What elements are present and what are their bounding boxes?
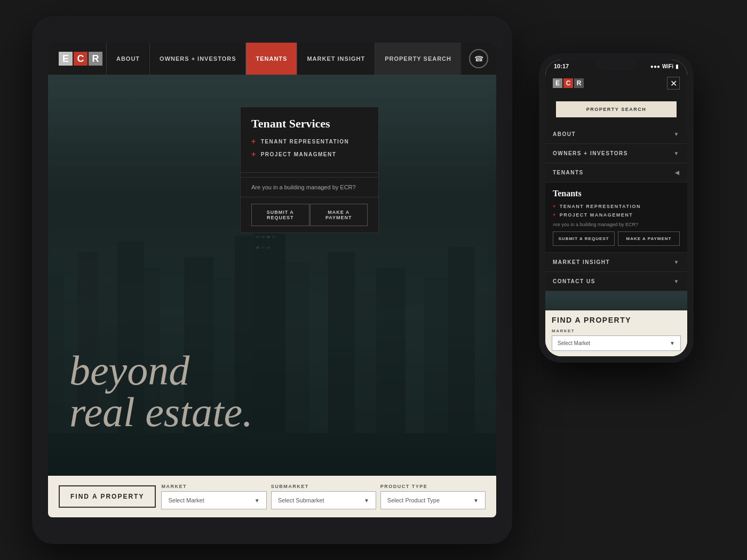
svg-rect-16 [406,305,424,433]
phone-menu: ABOUT ▼ OWNERS + INVESTORS ▼ TENANTS ◀ T… [545,125,687,310]
find-property-bar: FIND A PROPERTY MARKET Select Market ▼ S… [48,476,496,517]
logo-r: R [89,52,102,66]
dropdown-header: Tenant Services + TENANT REPRESENTATION … [241,107,378,173]
plus-icon-1: + [251,137,257,146]
find-property-button[interactable]: FIND A PROPERTY [59,485,156,508]
phone-menu-owners-arrow: ▼ [674,150,680,156]
svg-rect-11 [285,262,309,433]
phone-menu-market-insight[interactable]: MARKET INSIGHT ▼ [545,253,687,272]
tablet-nav-links: ABOUT OWNERS + INVESTORS TENANTS MARKET … [106,43,461,75]
svg-rect-17 [424,278,448,433]
tablet-navbar: E C R ABOUT OWNERS + INVESTORS TENANTS M… [48,43,496,75]
phone-plus-icon-2: + [553,212,557,218]
phone-icon[interactable]: ☎ [469,49,488,68]
submit-request-btn[interactable]: SUBMIT A REQUEST [251,204,309,226]
tablet-screen: E C R ABOUT OWNERS + INVESTORS TENANTS M… [48,43,496,517]
dropdown-item-label-1: TENANT REPRESENTATION [261,139,349,145]
phone-hero-bg [545,291,687,310]
nav-market[interactable]: MARKET INSIGHT [297,43,375,75]
hero-text: beyond real estate. [69,350,253,433]
svg-rect-25 [261,246,265,249]
nav-property-search[interactable]: PROPERTY SEARCH [375,43,461,75]
market-label: MARKET [161,484,266,489]
submarket-select-value: Select Submarket [278,497,324,503]
dropdown-buttons: SUBMIT A REQUEST MAKE A PAYMENT [241,197,378,233]
dropdown-item-project[interactable]: + PROJECT MANAGMENT [251,150,368,158]
phone-logo-e: E [553,78,562,88]
phone-device: 10:17 ●●● WiFi ▮ E C R ✕ PROPERTY SEARCH [539,53,694,363]
phone-find-market-value: Select Market [558,340,590,346]
phone-submenu-representation[interactable]: + TENANT REPRESENTATION [553,204,680,209]
product-select-value: Select Product Type [387,497,440,503]
phone-menu-contact-label: CONTACT US [553,278,595,284]
dropdown-item-label-2: PROJECT MANAGMENT [261,151,337,157]
dropdown-title: Tenant Services [251,117,368,131]
nav-about[interactable]: ABOUT [106,43,149,75]
tablet-logo[interactable]: E C R [59,52,102,66]
phone-menu-tenants-label: TENANTS [553,170,584,175]
phone-menu-market-label: MARKET INSIGHT [553,259,610,265]
svg-rect-24 [256,246,259,249]
hero-background: beyond real estate. Tenant Services + TE… [48,75,496,476]
svg-rect-22 [267,236,270,238]
logo-e: E [59,52,73,66]
svg-rect-15 [376,268,406,433]
market-select-group: MARKET Select Market ▼ [161,484,266,509]
phone-find-property: FIND A PROPERTY MARKET Select Market ▼ [545,310,687,356]
svg-rect-19 [475,294,496,433]
svg-rect-13 [328,252,355,433]
phone-menu-about-arrow: ▼ [674,131,680,137]
logo-c: C [74,52,88,66]
dropdown-item-representation[interactable]: + TENANT REPRESENTATION [251,137,368,146]
nav-tenants[interactable]: TENANTS [245,43,297,75]
phone-close-button[interactable]: ✕ [667,77,680,90]
property-selects: MARKET Select Market ▼ SUBMARKET Select … [161,484,486,509]
phone-submit-request-btn[interactable]: SUBMIT A REQUEST [553,231,615,246]
plus-icon-2: + [251,150,257,158]
product-select-group: PRODUCT TYPE Select Product Type ▼ [380,484,486,509]
phone-menu-contact-arrow: ▼ [674,278,680,284]
phone-notch [595,60,638,70]
submarket-select-arrow: ▼ [364,498,369,503]
hero-line2: real estate. [69,391,253,433]
phone-screen: 10:17 ●●● WiFi ▮ E C R ✕ PROPERTY SEARCH [545,60,687,356]
phone-menu-tenants[interactable]: TENANTS ◀ [545,163,687,182]
phone-managed-text: Are you in a building managed by ECR? [553,222,680,227]
phone-logo-c: C [563,78,573,88]
dropdown-managed-text: Are you in a building managed by ECR? [241,177,378,197]
svg-rect-26 [267,246,270,249]
phone-find-market-label: MARKET [552,329,681,333]
phone-make-payment-btn[interactable]: MAKE A PAYMENT [618,231,680,246]
make-payment-btn[interactable]: MAKE A PAYMENT [310,204,368,226]
phone-submenu-project[interactable]: + PROJECT MANAGEMENT [553,212,680,218]
phone-submenu-buttons: SUBMIT A REQUEST MAKE A PAYMENT [553,231,680,246]
phone-menu-contact[interactable]: CONTACT US ▼ [545,272,687,291]
phone-navbar: E C R ✕ [545,73,687,94]
tenant-dropdown: Tenant Services + TENANT REPRESENTATION … [240,107,379,233]
svg-rect-0 [48,273,64,433]
phone-logo[interactable]: E C R [553,78,584,88]
phone-menu-about[interactable]: ABOUT ▼ [545,125,687,144]
svg-rect-21 [261,236,265,238]
market-select[interactable]: Select Market ▼ [161,491,266,509]
svg-rect-18 [448,246,475,433]
nav-owners[interactable]: OWNERS + INVESTORS [149,43,245,75]
submarket-select-group: SUBMARKET Select Submarket ▼ [271,484,376,509]
svg-rect-20 [256,236,259,238]
signal-icon: ●●● [650,63,660,69]
phone-find-market-arrow: ▼ [670,340,675,346]
submarket-label: SUBMARKET [271,484,376,489]
product-select[interactable]: Select Product Type ▼ [380,491,486,509]
phone-submenu-item-2: PROJECT MANAGEMENT [560,212,633,218]
submarket-select[interactable]: Select Submarket ▼ [271,491,376,509]
phone-logo-r: R [574,78,584,88]
market-select-value: Select Market [168,497,204,503]
svg-rect-23 [272,236,275,238]
phone-menu-owners[interactable]: OWNERS + INVESTORS ▼ [545,144,687,163]
phone-property-search-btn[interactable]: PROPERTY SEARCH [556,101,677,117]
tablet-device: E C R ABOUT OWNERS + INVESTORS TENANTS M… [32,16,512,544]
phone-plus-icon-1: + [553,204,557,209]
phone-find-market-select[interactable]: Select Market ▼ [552,335,681,351]
phone-menu-market-arrow: ▼ [674,259,680,265]
phone-submenu-item-1: TENANT REPRESENTATION [560,204,641,209]
